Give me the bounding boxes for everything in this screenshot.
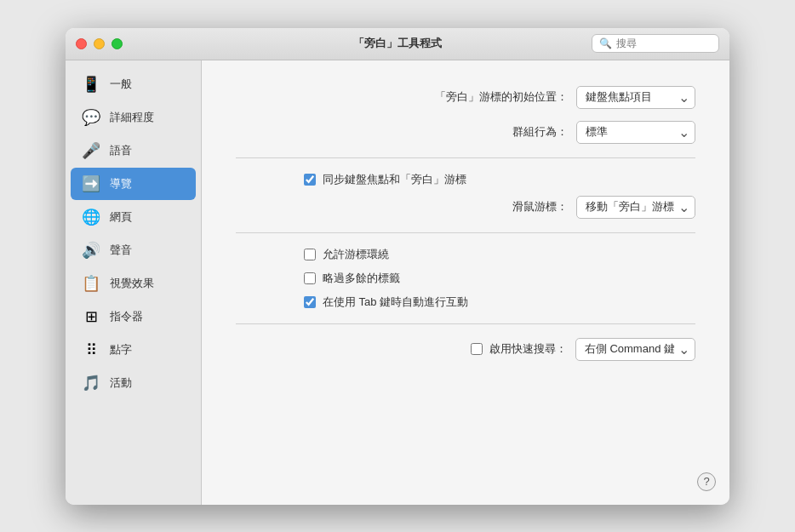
general-label: 一般 bbox=[110, 77, 132, 92]
group-behavior-label: 群組行為： bbox=[512, 124, 568, 140]
loop-checkbox[interactable] bbox=[304, 249, 316, 260]
maximize-button[interactable] bbox=[112, 38, 123, 49]
initial-position-row: 「旁白」游標的初始位置： 鍵盤焦點項目 ⌄ bbox=[236, 86, 695, 109]
loop-label: 允許游標環繞 bbox=[323, 247, 389, 262]
sidebar-item-web[interactable]: 🌐網頁 bbox=[71, 201, 196, 233]
group-behavior-select[interactable]: 標準 ⌄ bbox=[576, 121, 695, 144]
chevron-down-icon-3: ⌄ bbox=[678, 199, 689, 215]
navigation-icon: ➡️ bbox=[81, 174, 101, 194]
tab-checkbox[interactable] bbox=[304, 296, 316, 308]
help-button[interactable]: ? bbox=[697, 472, 716, 491]
initial-position-label: 「旁白」游標的初始位置： bbox=[435, 89, 568, 105]
mouse-cursor-row: 滑鼠游標： 移動「旁白」游標 ⌄ bbox=[236, 196, 695, 219]
mouse-cursor-value: 移動「旁白」游標 bbox=[586, 199, 675, 215]
divider-3 bbox=[236, 323, 695, 324]
initial-position-value: 鍵盤焦點項目 bbox=[586, 89, 675, 105]
main-panel: 「旁白」游標的初始位置： 鍵盤焦點項目 ⌄ 群組行為： 標準 ⌄ 同步鍵盤焦點和… bbox=[202, 60, 729, 505]
sync-checkbox-row: 同步鍵盤焦點和「旁白」游標 bbox=[236, 172, 695, 187]
chevron-down-icon-2: ⌄ bbox=[678, 124, 689, 140]
group-behavior-row: 群組行為： 標準 ⌄ bbox=[236, 121, 695, 144]
group-behavior-value: 標準 bbox=[586, 124, 675, 140]
skip-label: 略過多餘的標籤 bbox=[323, 271, 400, 286]
search-input[interactable] bbox=[616, 37, 712, 49]
braille-label: 點字 bbox=[110, 342, 132, 358]
sync-label: 同步鍵盤焦點和「旁白」游標 bbox=[323, 172, 466, 187]
braille-icon: ⠿ bbox=[81, 340, 101, 360]
sidebar-item-speech[interactable]: 🎤語音 bbox=[71, 134, 196, 167]
sidebar-item-visuals[interactable]: 📋視覺效果 bbox=[71, 267, 196, 300]
tab-checkbox-row: 在使用 Tab 鍵時自動進行互動 bbox=[236, 295, 695, 310]
search-icon: 🔍 bbox=[599, 37, 612, 49]
search-box[interactable]: 🔍 bbox=[592, 34, 719, 53]
chevron-down-icon-4: ⌄ bbox=[678, 341, 689, 358]
divider-1 bbox=[236, 157, 695, 158]
minimize-button[interactable] bbox=[94, 38, 105, 49]
quick-nav-row: 啟用快速搜尋： 右側 Command 鍵 ⌄ bbox=[236, 338, 695, 361]
sidebar-item-commander[interactable]: ⊞指令器 bbox=[71, 300, 196, 333]
verbosity-icon: 💬 bbox=[81, 107, 101, 128]
activities-label: 活動 bbox=[110, 375, 132, 391]
web-label: 網頁 bbox=[110, 209, 132, 225]
quick-nav-value: 右側 Command 鍵 bbox=[585, 341, 675, 357]
quick-nav-checkbox[interactable] bbox=[471, 343, 483, 355]
close-button[interactable] bbox=[76, 38, 87, 49]
commander-label: 指令器 bbox=[110, 309, 143, 324]
general-icon: 📱 bbox=[81, 74, 101, 94]
skip-checkbox-row: 略過多餘的標籤 bbox=[236, 271, 695, 286]
quick-nav-select[interactable]: 右側 Command 鍵 ⌄ bbox=[575, 338, 695, 361]
initial-position-select[interactable]: 鍵盤焦點項目 ⌄ bbox=[576, 86, 695, 109]
window-title: 「旁白」工具程式 bbox=[353, 36, 442, 51]
mouse-cursor-select[interactable]: 移動「旁白」游標 ⌄ bbox=[576, 196, 695, 219]
visuals-label: 視覺效果 bbox=[110, 276, 154, 291]
chevron-down-icon: ⌄ bbox=[678, 89, 689, 106]
tab-label: 在使用 Tab 鍵時自動進行互動 bbox=[323, 295, 468, 310]
skip-checkbox[interactable] bbox=[304, 272, 316, 284]
main-window: 「旁白」工具程式 🔍 📱一般💬詳細程度🎤語音➡️導覽🌐網頁🔊聲音📋視覺效果⊞指令… bbox=[66, 28, 729, 505]
visuals-icon: 📋 bbox=[81, 273, 101, 294]
sound-icon: 🔊 bbox=[81, 240, 101, 260]
speech-icon: 🎤 bbox=[81, 140, 101, 161]
navigation-label: 導覽 bbox=[110, 176, 132, 192]
loop-checkbox-row: 允許游標環繞 bbox=[236, 247, 695, 262]
sidebar-item-braille[interactable]: ⠿點字 bbox=[71, 334, 196, 366]
help-label: ? bbox=[703, 475, 709, 488]
traffic-lights bbox=[76, 38, 123, 49]
sidebar-item-navigation[interactable]: ➡️導覽 bbox=[71, 168, 196, 200]
titlebar: 「旁白」工具程式 🔍 bbox=[66, 28, 729, 60]
commander-icon: ⊞ bbox=[81, 306, 101, 327]
verbosity-label: 詳細程度 bbox=[110, 110, 154, 125]
speech-label: 語音 bbox=[110, 143, 132, 158]
content-area: 📱一般💬詳細程度🎤語音➡️導覽🌐網頁🔊聲音📋視覺效果⊞指令器⠿點字🎵活動 「旁白… bbox=[66, 60, 729, 505]
sound-label: 聲音 bbox=[110, 243, 132, 258]
web-icon: 🌐 bbox=[81, 207, 101, 227]
divider-2 bbox=[236, 232, 695, 233]
activities-icon: 🎵 bbox=[81, 373, 101, 393]
sync-checkbox[interactable] bbox=[304, 174, 316, 186]
sidebar-item-verbosity[interactable]: 💬詳細程度 bbox=[71, 101, 196, 134]
mouse-cursor-label: 滑鼠游標： bbox=[512, 199, 568, 215]
sidebar-item-activities[interactable]: 🎵活動 bbox=[71, 367, 196, 399]
sidebar: 📱一般💬詳細程度🎤語音➡️導覽🌐網頁🔊聲音📋視覺效果⊞指令器⠿點字🎵活動 bbox=[66, 60, 202, 505]
sidebar-item-sound[interactable]: 🔊聲音 bbox=[71, 234, 196, 266]
quick-nav-label: 啟用快速搜尋： bbox=[489, 341, 567, 357]
sidebar-item-general[interactable]: 📱一般 bbox=[71, 68, 196, 100]
